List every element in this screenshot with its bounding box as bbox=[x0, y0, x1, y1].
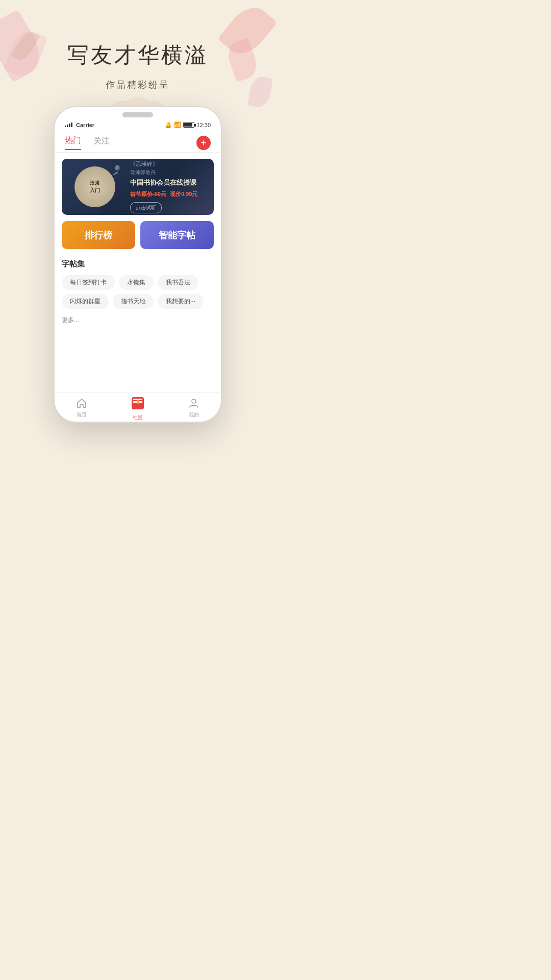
tab-follow[interactable]: 关注 bbox=[93, 136, 110, 150]
signal-icon bbox=[65, 122, 72, 127]
tag-my-calligraphy[interactable]: 我书吾法 bbox=[158, 275, 198, 290]
nav-community[interactable]: 社区 bbox=[128, 394, 147, 421]
wifi-icon: 📶 bbox=[174, 121, 181, 128]
bell-icon: 🔔 bbox=[165, 121, 172, 128]
banner-circle-text: 汉隶 入门 bbox=[90, 180, 100, 194]
carrier-text: Carrier bbox=[76, 122, 94, 128]
nav-community-label: 社区 bbox=[133, 414, 143, 421]
tag-water-mirror[interactable]: 水镜集 bbox=[119, 275, 154, 290]
time-label: 12:30 bbox=[196, 122, 211, 128]
dash-right bbox=[176, 85, 202, 85]
signal-bar-1 bbox=[65, 126, 66, 127]
banner-circle-line2: 入门 bbox=[90, 187, 100, 194]
banner-price: 首节原价-50元 现价0.99元 bbox=[130, 190, 208, 198]
banner-teacher: 导师郭敬丹 bbox=[130, 169, 208, 176]
svg-rect-11 bbox=[137, 400, 139, 404]
smart-copybook-button[interactable]: 智能字帖 bbox=[140, 221, 214, 249]
community-icon bbox=[128, 394, 147, 413]
header-subtitle-row: 作品精彩纷呈 bbox=[0, 79, 276, 91]
banner[interactable]: 汉隶 入门 《乙瑛碑》 导师郭敬丹 中国书协会员在线授课 首节原价-50元 bbox=[62, 159, 214, 215]
status-right: 🔔 📶 12:30 bbox=[165, 121, 211, 128]
tag-more[interactable]: 更多... bbox=[62, 313, 79, 328]
nav-profile-label: 我的 bbox=[189, 411, 199, 419]
banner-book-title: 《乙瑛碑》 bbox=[130, 160, 208, 168]
header-title: 写友才华横溢 bbox=[0, 41, 276, 69]
battery-icon bbox=[183, 122, 194, 128]
profile-icon bbox=[187, 396, 201, 410]
phone-frame: Carrier 🔔 📶 12:30 热门 关注 + bbox=[54, 106, 222, 423]
tag-shining-stars[interactable]: 闪烁的群星 bbox=[62, 294, 109, 309]
home-icon bbox=[74, 396, 89, 410]
copybook-tags-grid: 每日签到打卡 水镜集 我书吾法 闪烁的群星 指书天地 我想要的··· 更多... bbox=[55, 273, 221, 330]
signal-bar-4 bbox=[71, 122, 72, 127]
crane-icon bbox=[109, 163, 124, 178]
banner-left: 汉隶 入门 bbox=[62, 159, 128, 215]
phone-wrapper: Carrier 🔔 📶 12:30 热门 关注 + bbox=[0, 106, 276, 423]
nav-home-label: 首页 bbox=[77, 411, 87, 419]
signal-bar-3 bbox=[69, 124, 70, 127]
banner-current-price: 现价0.99元 bbox=[170, 191, 197, 197]
tab-bar: 热门 关注 + bbox=[55, 131, 221, 153]
bottom-nav: 首页 社区 bbox=[55, 392, 221, 422]
svg-point-12 bbox=[192, 399, 196, 403]
status-bar: Carrier 🔔 📶 12:30 bbox=[55, 107, 221, 131]
ranking-button[interactable]: 排行榜 bbox=[62, 221, 135, 249]
action-buttons-row: 排行榜 智能字帖 bbox=[62, 221, 214, 249]
nav-home[interactable]: 首页 bbox=[74, 396, 89, 419]
tab-add-button[interactable]: + bbox=[196, 136, 211, 150]
banner-course-title: 中国书协会员在线授课 bbox=[130, 178, 208, 187]
nav-profile[interactable]: 我的 bbox=[187, 396, 201, 419]
banner-circle-line1: 汉隶 bbox=[90, 180, 100, 187]
signal-bar-2 bbox=[67, 125, 68, 127]
banner-right: 《乙瑛碑》 导师郭敬丹 中国书协会员在线授课 首节原价-50元 现价0.99元 … bbox=[128, 159, 214, 215]
tag-my-wishes[interactable]: 我想要的··· bbox=[158, 294, 204, 309]
banner-try-button[interactable]: 点击试听 bbox=[130, 202, 162, 213]
banner-original-price: 首节原价-50元 bbox=[130, 191, 166, 197]
phone-content: 汉隶 入门 《乙瑛碑》 导师郭敬丹 中国书协会员在线授课 首节原价-50元 bbox=[55, 153, 221, 416]
header-section: 写友才华横溢 作品精彩纷呈 bbox=[0, 0, 276, 91]
copybook-section-title: 字帖集 bbox=[55, 254, 221, 273]
carrier-label: Carrier bbox=[65, 122, 94, 128]
phone-notch bbox=[122, 112, 153, 117]
tab-hot[interactable]: 热门 bbox=[65, 135, 81, 150]
tag-daily-checkin[interactable]: 每日签到打卡 bbox=[62, 275, 115, 290]
tag-finger-calligraphy[interactable]: 指书天地 bbox=[113, 294, 154, 309]
dash-left bbox=[74, 85, 99, 85]
battery-fill bbox=[184, 123, 192, 127]
header-subtitle: 作品精彩纷呈 bbox=[106, 79, 170, 91]
